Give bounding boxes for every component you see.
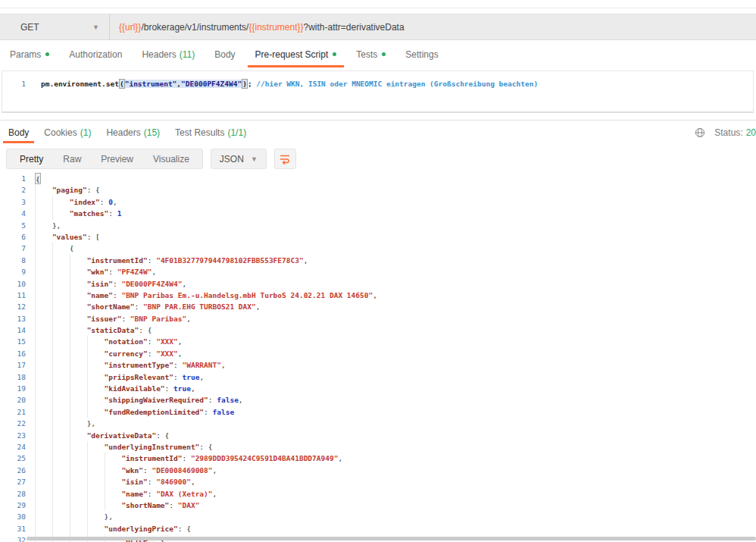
request-tab-tests[interactable]: Tests bbox=[346, 40, 395, 68]
view-mode-pretty[interactable]: Pretty bbox=[10, 154, 53, 164]
postman-window: GET ▼ {{url}}/brokerage/v1/instruments/{… bbox=[0, 0, 756, 542]
green-dot-icon bbox=[333, 52, 336, 56]
code-line: 9 "wkn": "PF4Z4W", bbox=[0, 266, 756, 277]
view-mode-raw[interactable]: Raw bbox=[53, 154, 91, 164]
indent-guides bbox=[35, 196, 70, 208]
response-tab-test-results[interactable]: Test Results(1/1) bbox=[167, 121, 254, 144]
url-segment: ?with-attr=derivativeData bbox=[304, 22, 405, 33]
line-number: 23 bbox=[0, 430, 26, 441]
response-tabs: BodyCookies(1)Headers(15)Test Results(1/… bbox=[1, 121, 254, 144]
json-token: : bbox=[148, 348, 156, 359]
json-token: "instrumentType" bbox=[105, 359, 174, 371]
wrap-line-button[interactable] bbox=[274, 149, 296, 169]
request-tab-pre-request-script[interactable]: Pre-request Script bbox=[245, 40, 347, 68]
json-token: "underlyingInstrument" bbox=[105, 441, 200, 453]
request-tab-authorization[interactable]: Authorization bbox=[59, 40, 132, 68]
json-token: "shortName" bbox=[121, 500, 169, 511]
json-token: : { bbox=[199, 441, 212, 453]
code-line: 16 "currency": "XXX", bbox=[0, 348, 756, 359]
indent-guides bbox=[35, 255, 87, 266]
indent-guides bbox=[35, 500, 121, 511]
code-line: 15 "notation": "XXX", bbox=[0, 336, 756, 347]
method-select[interactable]: GET ▼ bbox=[0, 14, 110, 39]
code-line: 10 "isin": "DE000PF4Z4W4", bbox=[0, 278, 756, 290]
horizontal-scrollbar[interactable] bbox=[27, 537, 756, 540]
code-line: 18 "priipsRelevant": true, bbox=[0, 371, 756, 383]
json-token: "WARRANT" bbox=[182, 359, 220, 371]
json-token: , bbox=[239, 394, 243, 406]
line-number: 20 bbox=[0, 394, 26, 406]
request-tab-settings-label: Settings bbox=[405, 49, 438, 60]
response-tab-body-label: Body bbox=[8, 127, 29, 138]
json-token: : bbox=[148, 476, 156, 487]
line-number: 24 bbox=[0, 441, 26, 453]
json-token: : bbox=[165, 383, 173, 394]
response-status-bar: Status: 20 bbox=[695, 121, 756, 144]
json-token: "currency" bbox=[105, 348, 148, 359]
json-token: "isin" bbox=[87, 278, 113, 290]
json-token: "name" bbox=[121, 488, 147, 500]
url-segment: {{instrument}} bbox=[248, 22, 303, 33]
code-line: 27 "isin": "846900", bbox=[0, 476, 756, 487]
indent-guides bbox=[35, 266, 87, 277]
script-token: ( bbox=[119, 79, 125, 89]
code-line: 5 }, bbox=[0, 220, 756, 231]
line-number: 1 bbox=[0, 173, 26, 184]
line-number: 25 bbox=[0, 453, 26, 464]
globe-icon[interactable] bbox=[695, 127, 705, 138]
json-token: : bbox=[108, 208, 117, 219]
editor-code: pm.environment.set("instrument","DE000PF… bbox=[41, 79, 538, 89]
code-line: 31 "underlyingPrice": { bbox=[0, 523, 756, 534]
code-line: 12 "shortName": "BNP PAR.EHG TURBOS21 DA… bbox=[0, 301, 756, 312]
response-divider bbox=[0, 120, 756, 121]
code-line: 1{ bbox=[0, 173, 756, 184]
script-token: ; bbox=[248, 80, 256, 88]
line-number: 11 bbox=[0, 290, 26, 301]
code-line: 6 "values": [ bbox=[0, 231, 756, 243]
json-token: : bbox=[100, 196, 108, 208]
line-number: 9 bbox=[0, 266, 26, 277]
indent-guides bbox=[35, 290, 87, 301]
indent-guides bbox=[35, 324, 87, 336]
json-token: true bbox=[182, 371, 199, 383]
line-number: 32 bbox=[0, 534, 26, 542]
json-token: : { bbox=[178, 523, 191, 534]
json-token: true bbox=[173, 383, 191, 394]
url-input[interactable]: {{url}}/brokerage/v1/instruments/{{instr… bbox=[110, 14, 756, 39]
request-tab-authorization-label: Authorization bbox=[69, 49, 122, 60]
request-tab-params[interactable]: Params bbox=[0, 40, 59, 68]
json-token: , bbox=[338, 453, 342, 464]
json-token: false bbox=[217, 394, 239, 406]
json-token: "paging" bbox=[52, 184, 87, 196]
json-token: "staticData" bbox=[87, 324, 139, 336]
tab-count-badge: (1) bbox=[80, 127, 92, 138]
json-token: , bbox=[178, 336, 183, 347]
format-select[interactable]: JSON ▼ bbox=[211, 149, 267, 169]
pre-request-script-editor[interactable]: 1 pm.environment.set("instrument","DE000… bbox=[2, 70, 754, 113]
json-token: "shortName" bbox=[87, 301, 135, 312]
code-line: 14 "staticData": { bbox=[0, 324, 756, 336]
status-label: Status: bbox=[714, 127, 742, 138]
code-line: 11 "name": "BNP Paribas Em.-u.Handelsg.m… bbox=[0, 290, 756, 301]
json-token: : bbox=[204, 406, 212, 418]
view-mode-switch: PrettyRawPreviewVisualize bbox=[6, 149, 203, 169]
response-tab-body[interactable]: Body bbox=[1, 121, 36, 144]
view-mode-visualize[interactable]: Visualize bbox=[143, 154, 199, 164]
request-tab-body[interactable]: Body bbox=[205, 40, 245, 68]
url-segment: {{url}} bbox=[119, 22, 141, 33]
response-tab-headers[interactable]: Headers(15) bbox=[98, 121, 167, 144]
response-tab-cookies[interactable]: Cookies(1) bbox=[36, 121, 98, 144]
json-token: "XXX" bbox=[156, 336, 178, 347]
indent-guides bbox=[35, 371, 105, 383]
response-body[interactable]: 1{2 "paging": {3 "index": 0,4 "matches":… bbox=[0, 173, 756, 542]
request-tab-headers[interactable]: Headers(11) bbox=[132, 40, 205, 68]
request-tab-settings[interactable]: Settings bbox=[395, 40, 448, 68]
view-mode-preview[interactable]: Preview bbox=[91, 154, 143, 164]
json-token: "DAX" bbox=[178, 500, 200, 511]
json-token: false bbox=[213, 406, 235, 418]
json-token: "846900" bbox=[156, 476, 191, 487]
code-line: 23 "derivativeData": { bbox=[0, 430, 756, 441]
code-line: 17 "instrumentType": "WARRANT", bbox=[0, 359, 756, 371]
json-token: , bbox=[221, 359, 226, 371]
json-token: , bbox=[373, 290, 377, 301]
